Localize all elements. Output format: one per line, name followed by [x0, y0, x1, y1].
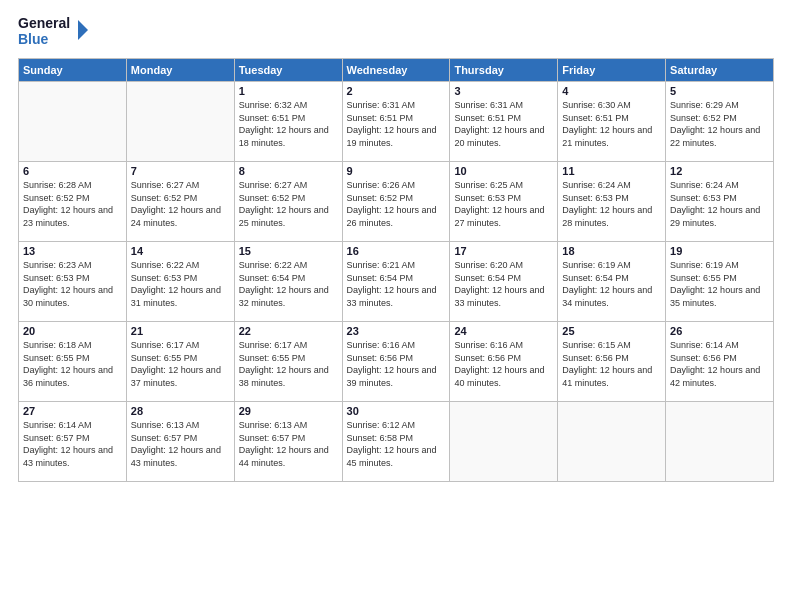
day-header-thursday: Thursday	[450, 59, 558, 82]
day-info-line: Sunrise: 6:14 AM	[670, 339, 769, 352]
day-number: 5	[670, 85, 769, 97]
day-info-line: Daylight: 12 hours and 18 minutes.	[239, 124, 338, 149]
day-info-line: Daylight: 12 hours and 44 minutes.	[239, 444, 338, 469]
day-info-line: Sunrise: 6:19 AM	[670, 259, 769, 272]
day-info-line: Daylight: 12 hours and 35 minutes.	[670, 284, 769, 309]
day-info-line: Daylight: 12 hours and 23 minutes.	[23, 204, 122, 229]
calendar-cell: 9Sunrise: 6:26 AMSunset: 6:52 PMDaylight…	[342, 162, 450, 242]
day-info-line: Daylight: 12 hours and 38 minutes.	[239, 364, 338, 389]
day-info-line: Daylight: 12 hours and 42 minutes.	[670, 364, 769, 389]
day-info-line: Sunrise: 6:15 AM	[562, 339, 661, 352]
week-row-5: 27Sunrise: 6:14 AMSunset: 6:57 PMDayligh…	[19, 402, 774, 482]
day-header-wednesday: Wednesday	[342, 59, 450, 82]
calendar-header-row: SundayMondayTuesdayWednesdayThursdayFrid…	[19, 59, 774, 82]
day-number: 19	[670, 245, 769, 257]
calendar-cell: 28Sunrise: 6:13 AMSunset: 6:57 PMDayligh…	[126, 402, 234, 482]
day-info-line: Daylight: 12 hours and 26 minutes.	[347, 204, 446, 229]
day-info-line: Sunset: 6:55 PM	[131, 352, 230, 365]
day-info-line: Daylight: 12 hours and 24 minutes.	[131, 204, 230, 229]
calendar-cell	[126, 82, 234, 162]
calendar-cell	[558, 402, 666, 482]
day-info-line: Daylight: 12 hours and 22 minutes.	[670, 124, 769, 149]
day-number: 15	[239, 245, 338, 257]
day-number: 18	[562, 245, 661, 257]
day-number: 2	[347, 85, 446, 97]
day-info-line: Sunset: 6:55 PM	[670, 272, 769, 285]
calendar-cell: 1Sunrise: 6:32 AMSunset: 6:51 PMDaylight…	[234, 82, 342, 162]
day-number: 23	[347, 325, 446, 337]
day-info-line: Sunrise: 6:16 AM	[347, 339, 446, 352]
day-header-monday: Monday	[126, 59, 234, 82]
day-number: 4	[562, 85, 661, 97]
day-header-tuesday: Tuesday	[234, 59, 342, 82]
calendar-cell: 6Sunrise: 6:28 AMSunset: 6:52 PMDaylight…	[19, 162, 127, 242]
day-number: 14	[131, 245, 230, 257]
day-number: 6	[23, 165, 122, 177]
calendar-cell: 12Sunrise: 6:24 AMSunset: 6:53 PMDayligh…	[666, 162, 774, 242]
day-number: 24	[454, 325, 553, 337]
day-number: 29	[239, 405, 338, 417]
day-info-line: Daylight: 12 hours and 31 minutes.	[131, 284, 230, 309]
calendar-cell: 22Sunrise: 6:17 AMSunset: 6:55 PMDayligh…	[234, 322, 342, 402]
day-info-line: Sunrise: 6:24 AM	[670, 179, 769, 192]
calendar-cell: 26Sunrise: 6:14 AMSunset: 6:56 PMDayligh…	[666, 322, 774, 402]
day-info-line: Sunset: 6:51 PM	[239, 112, 338, 125]
day-number: 25	[562, 325, 661, 337]
day-number: 13	[23, 245, 122, 257]
day-info-line: Daylight: 12 hours and 36 minutes.	[23, 364, 122, 389]
day-info-line: Sunset: 6:55 PM	[239, 352, 338, 365]
calendar-cell: 20Sunrise: 6:18 AMSunset: 6:55 PMDayligh…	[19, 322, 127, 402]
calendar-cell: 13Sunrise: 6:23 AMSunset: 6:53 PMDayligh…	[19, 242, 127, 322]
page-header: General Blue	[18, 10, 774, 50]
day-number: 28	[131, 405, 230, 417]
day-info-line: Sunset: 6:52 PM	[670, 112, 769, 125]
day-number: 26	[670, 325, 769, 337]
day-info-line: Daylight: 12 hours and 33 minutes.	[347, 284, 446, 309]
day-info-line: Sunrise: 6:13 AM	[131, 419, 230, 432]
day-info-line: Sunrise: 6:22 AM	[239, 259, 338, 272]
day-info-line: Daylight: 12 hours and 20 minutes.	[454, 124, 553, 149]
week-row-2: 6Sunrise: 6:28 AMSunset: 6:52 PMDaylight…	[19, 162, 774, 242]
day-info-line: Sunset: 6:51 PM	[562, 112, 661, 125]
day-number: 27	[23, 405, 122, 417]
day-info-line: Daylight: 12 hours and 37 minutes.	[131, 364, 230, 389]
day-info-line: Sunrise: 6:17 AM	[239, 339, 338, 352]
day-info-line: Daylight: 12 hours and 21 minutes.	[562, 124, 661, 149]
day-info-line: Sunrise: 6:27 AM	[239, 179, 338, 192]
day-number: 21	[131, 325, 230, 337]
day-info-line: Daylight: 12 hours and 27 minutes.	[454, 204, 553, 229]
day-number: 1	[239, 85, 338, 97]
week-row-4: 20Sunrise: 6:18 AMSunset: 6:55 PMDayligh…	[19, 322, 774, 402]
day-info-line: Sunrise: 6:31 AM	[347, 99, 446, 112]
day-info-line: Sunset: 6:57 PM	[131, 432, 230, 445]
calendar-body: 1Sunrise: 6:32 AMSunset: 6:51 PMDaylight…	[19, 82, 774, 482]
day-number: 10	[454, 165, 553, 177]
day-info-line: Sunrise: 6:13 AM	[239, 419, 338, 432]
day-info-line: Daylight: 12 hours and 39 minutes.	[347, 364, 446, 389]
day-number: 30	[347, 405, 446, 417]
calendar-cell: 30Sunrise: 6:12 AMSunset: 6:58 PMDayligh…	[342, 402, 450, 482]
calendar-cell	[666, 402, 774, 482]
day-info-line: Sunset: 6:55 PM	[23, 352, 122, 365]
calendar-cell: 27Sunrise: 6:14 AMSunset: 6:57 PMDayligh…	[19, 402, 127, 482]
calendar-cell: 19Sunrise: 6:19 AMSunset: 6:55 PMDayligh…	[666, 242, 774, 322]
calendar-cell: 15Sunrise: 6:22 AMSunset: 6:54 PMDayligh…	[234, 242, 342, 322]
day-info-line: Sunset: 6:52 PM	[347, 192, 446, 205]
day-info-line: Sunrise: 6:20 AM	[454, 259, 553, 272]
day-info-line: Daylight: 12 hours and 19 minutes.	[347, 124, 446, 149]
day-info-line: Sunset: 6:53 PM	[23, 272, 122, 285]
day-info-line: Sunset: 6:54 PM	[347, 272, 446, 285]
day-number: 12	[670, 165, 769, 177]
day-info-line: Sunset: 6:56 PM	[454, 352, 553, 365]
day-info-line: Sunset: 6:53 PM	[131, 272, 230, 285]
day-number: 16	[347, 245, 446, 257]
week-row-3: 13Sunrise: 6:23 AMSunset: 6:53 PMDayligh…	[19, 242, 774, 322]
day-info-line: Sunset: 6:51 PM	[347, 112, 446, 125]
calendar-cell	[19, 82, 127, 162]
day-info-line: Sunset: 6:53 PM	[670, 192, 769, 205]
day-info-line: Daylight: 12 hours and 28 minutes.	[562, 204, 661, 229]
day-info-line: Sunrise: 6:22 AM	[131, 259, 230, 272]
calendar-table: SundayMondayTuesdayWednesdayThursdayFrid…	[18, 58, 774, 482]
day-info-line: Sunrise: 6:28 AM	[23, 179, 122, 192]
day-info-line: Sunrise: 6:18 AM	[23, 339, 122, 352]
